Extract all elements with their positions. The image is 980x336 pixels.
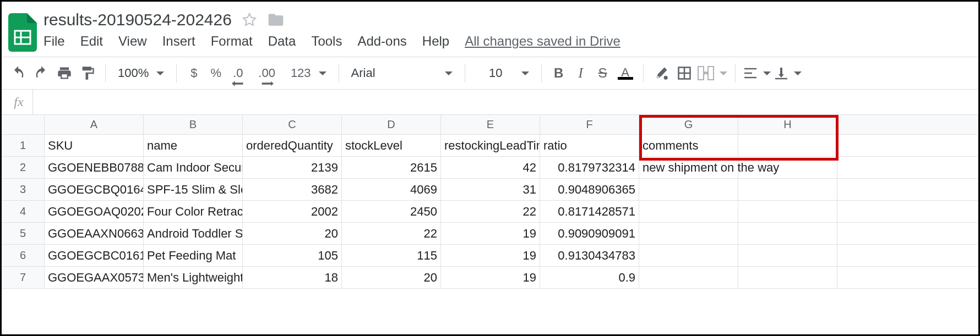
col-header-extra[interactable] (837, 115, 978, 135)
folder-icon[interactable] (267, 11, 285, 29)
cell[interactable] (837, 201, 978, 223)
paint-format-button[interactable] (78, 63, 97, 83)
cell[interactable]: GGOENEBB078899 (45, 157, 144, 179)
borders-button[interactable] (674, 63, 694, 83)
print-button[interactable] (55, 63, 74, 83)
cell[interactable]: stockLevel (342, 135, 441, 157)
cell[interactable]: 2139 (243, 157, 342, 179)
row-header[interactable]: 2 (2, 157, 45, 179)
cell[interactable] (738, 135, 837, 157)
saved-status[interactable]: All changes saved in Drive (465, 34, 620, 49)
cell[interactable]: comments (639, 135, 738, 157)
cell[interactable]: restockingLeadTime (441, 135, 540, 157)
more-formats-dropdown[interactable]: 123 (286, 66, 331, 80)
cell[interactable]: 31 (441, 179, 540, 201)
row-header[interactable]: 5 (2, 223, 45, 245)
cell[interactable] (837, 179, 978, 201)
cell[interactable] (738, 201, 837, 223)
format-percent-button[interactable]: % (206, 63, 225, 83)
cell[interactable]: ratio (540, 135, 639, 157)
cell[interactable]: 19 (441, 245, 540, 267)
col-header-h[interactable]: H (738, 115, 837, 135)
undo-button[interactable] (8, 63, 28, 83)
menu-data[interactable]: Data (268, 34, 296, 49)
cell[interactable]: Pet Feeding Mat (144, 245, 243, 267)
cell[interactable]: 2450 (342, 201, 441, 223)
cell[interactable]: GGOEGCBC016199 (45, 245, 144, 267)
cell[interactable]: 2002 (243, 201, 342, 223)
cell[interactable] (738, 179, 837, 201)
cell[interactable] (837, 223, 978, 245)
fill-color-button[interactable] (651, 63, 671, 83)
cell[interactable]: orderedQuantity (243, 135, 342, 157)
cell[interactable] (639, 245, 738, 267)
redo-button[interactable] (31, 63, 51, 83)
cell[interactable]: 0.8171428571 (540, 201, 639, 223)
cell[interactable]: Four Color Retractable (144, 201, 243, 223)
col-header-e[interactable]: E (441, 115, 540, 135)
cell[interactable] (837, 157, 978, 179)
spreadsheet-grid[interactable]: A B C D E F G H 1 SKU name orderedQuanti… (2, 115, 978, 289)
cell[interactable]: 4069 (342, 179, 441, 201)
cell[interactable]: SPF-15 Slim & Slender (144, 179, 243, 201)
star-icon[interactable] (242, 12, 257, 27)
menu-edit[interactable]: Edit (80, 34, 103, 49)
cell[interactable]: name (144, 135, 243, 157)
row-header[interactable]: 7 (2, 267, 45, 289)
cell[interactable]: 0.9130434783 (540, 245, 639, 267)
col-header-d[interactable]: D (342, 115, 441, 135)
cell[interactable]: 0.8179732314 (540, 157, 639, 179)
cell[interactable] (738, 157, 837, 179)
cell[interactable]: GGOEAAXN066328 (45, 223, 144, 245)
font-size-dropdown[interactable]: 10 (473, 66, 533, 80)
cell[interactable]: Men's Lightweight (144, 267, 243, 289)
menu-addons[interactable]: Add-ons (357, 34, 406, 49)
cell[interactable] (639, 201, 738, 223)
menu-file[interactable]: File (43, 34, 65, 49)
italic-button[interactable]: I (571, 63, 590, 83)
cell[interactable]: SKU (45, 135, 144, 157)
cell[interactable]: 3682 (243, 179, 342, 201)
cell[interactable]: 0.9048906365 (540, 179, 639, 201)
cell[interactable]: Cam Indoor Security (144, 157, 243, 179)
font-family-dropdown[interactable]: Arial (347, 66, 457, 80)
vertical-align-dropdown[interactable] (774, 67, 802, 80)
cell[interactable]: 18 (243, 267, 342, 289)
merge-cells-dropdown[interactable] (698, 66, 727, 80)
increase-decimal-button[interactable]: .00 (256, 63, 277, 83)
cell[interactable] (639, 179, 738, 201)
cell[interactable] (837, 135, 978, 157)
menu-help[interactable]: Help (422, 34, 449, 49)
col-header-f[interactable]: F (540, 115, 639, 135)
strikethrough-button[interactable]: S (594, 63, 612, 83)
row-header[interactable]: 3 (2, 179, 45, 201)
cell[interactable]: 0.9090909091 (540, 223, 639, 245)
cell[interactable]: 0.9 (540, 267, 639, 289)
text-color-button[interactable]: A (616, 63, 635, 83)
cell[interactable]: 105 (243, 245, 342, 267)
cell[interactable] (738, 223, 837, 245)
cell[interactable]: GGOEGCBQ016499 (45, 179, 144, 201)
cell[interactable]: 42 (441, 157, 540, 179)
format-currency-button[interactable]: $ (184, 63, 203, 83)
row-header[interactable]: 4 (2, 201, 45, 223)
cell[interactable] (639, 267, 738, 289)
zoom-dropdown[interactable]: 100% (113, 66, 168, 80)
col-header-g[interactable]: G (639, 115, 738, 135)
bold-button[interactable]: B (549, 63, 568, 83)
row-header[interactable]: 1 (2, 135, 45, 157)
menu-format[interactable]: Format (211, 34, 253, 49)
select-all-corner[interactable] (2, 115, 45, 135)
cell[interactable]: GGOEGOAQ020299 (45, 201, 144, 223)
col-header-b[interactable]: B (144, 115, 243, 135)
doc-title[interactable]: results-20190524-202426 (43, 10, 232, 29)
cell[interactable] (639, 223, 738, 245)
cell[interactable]: 2615 (342, 157, 441, 179)
formula-input[interactable] (33, 90, 975, 114)
cell[interactable]: Android Toddler Short (144, 223, 243, 245)
menu-insert[interactable]: Insert (162, 34, 195, 49)
row-header[interactable]: 6 (2, 245, 45, 267)
cell[interactable] (837, 245, 978, 267)
cell[interactable]: 20 (342, 267, 441, 289)
cell[interactable]: 22 (441, 201, 540, 223)
